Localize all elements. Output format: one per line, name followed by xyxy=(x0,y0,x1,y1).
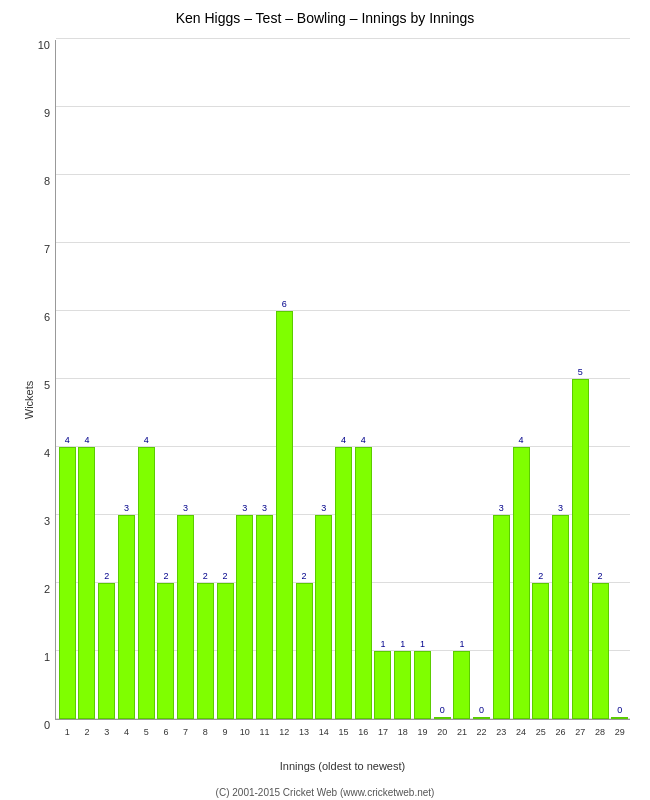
bar-value-label: 1 xyxy=(375,639,390,649)
bar: 1 xyxy=(453,651,470,719)
bar: 4 xyxy=(355,447,372,719)
y-tick-label: 2 xyxy=(44,583,50,595)
x-tick-label: 9 xyxy=(223,727,228,737)
chart-container: Ken Higgs – Test – Bowling – Innings by … xyxy=(0,0,650,800)
bar-value-label: 2 xyxy=(198,571,213,581)
y-tick-label: 10 xyxy=(38,39,50,51)
x-tick-label: 22 xyxy=(477,727,487,737)
bar-value-label: 4 xyxy=(336,435,351,445)
x-tick-label: 3 xyxy=(104,727,109,737)
bar: 1 xyxy=(414,651,431,719)
bar-value-label: 1 xyxy=(415,639,430,649)
x-tick-label: 19 xyxy=(417,727,427,737)
x-tick-label: 6 xyxy=(163,727,168,737)
x-tick-label: 12 xyxy=(279,727,289,737)
x-tick-label: 23 xyxy=(496,727,506,737)
bar: 4 xyxy=(78,447,95,719)
bar: 0 xyxy=(611,717,628,719)
bar-value-label: 4 xyxy=(356,435,371,445)
x-tick-label: 8 xyxy=(203,727,208,737)
bar-value-label: 0 xyxy=(474,705,489,715)
bar-value-label: 6 xyxy=(277,299,292,309)
bar-value-label: 2 xyxy=(297,571,312,581)
copyright: (C) 2001-2015 Cricket Web (www.cricketwe… xyxy=(0,787,650,798)
bar: 4 xyxy=(513,447,530,719)
bar-value-label: 3 xyxy=(494,503,509,513)
gridline xyxy=(56,378,630,379)
bar-value-label: 2 xyxy=(158,571,173,581)
bar: 4 xyxy=(335,447,352,719)
bar-value-label: 4 xyxy=(514,435,529,445)
x-tick-label: 25 xyxy=(536,727,546,737)
bar: 3 xyxy=(177,515,194,719)
x-tick-label: 26 xyxy=(556,727,566,737)
gridline xyxy=(56,310,630,311)
bar-value-label: 4 xyxy=(139,435,154,445)
bar-value-label: 3 xyxy=(257,503,272,513)
bar-value-label: 0 xyxy=(612,705,627,715)
x-tick-label: 21 xyxy=(457,727,467,737)
bar: 0 xyxy=(434,717,451,719)
bar: 0 xyxy=(473,717,490,719)
bar: 1 xyxy=(374,651,391,719)
y-tick-label: 7 xyxy=(44,243,50,255)
bar: 2 xyxy=(532,583,549,719)
bar: 3 xyxy=(315,515,332,719)
y-tick-label: 4 xyxy=(44,447,50,459)
y-tick-label: 1 xyxy=(44,651,50,663)
bar-value-label: 3 xyxy=(316,503,331,513)
bar: 1 xyxy=(394,651,411,719)
bar: 3 xyxy=(256,515,273,719)
bar-value-label: 2 xyxy=(218,571,233,581)
y-tick-label: 5 xyxy=(44,379,50,391)
y-tick-label: 6 xyxy=(44,311,50,323)
bar-value-label: 1 xyxy=(395,639,410,649)
bar: 2 xyxy=(296,583,313,719)
bar: 3 xyxy=(118,515,135,719)
x-axis-label: Innings (oldest to newest) xyxy=(55,760,630,772)
bar-value-label: 4 xyxy=(60,435,75,445)
bar-value-label: 2 xyxy=(593,571,608,581)
x-tick-label: 14 xyxy=(319,727,329,737)
y-tick-label: 9 xyxy=(44,107,50,119)
bar-value-label: 3 xyxy=(178,503,193,513)
x-tick-label: 10 xyxy=(240,727,250,737)
gridline xyxy=(56,38,630,39)
y-tick-label: 3 xyxy=(44,515,50,527)
x-tick-label: 5 xyxy=(144,727,149,737)
bar: 5 xyxy=(572,379,589,719)
x-tick-label: 28 xyxy=(595,727,605,737)
bar: 6 xyxy=(276,311,293,719)
bar-value-label: 4 xyxy=(79,435,94,445)
bar-value-label: 3 xyxy=(553,503,568,513)
bar-value-label: 5 xyxy=(573,367,588,377)
bar-value-label: 1 xyxy=(454,639,469,649)
gridline xyxy=(56,174,630,175)
bar: 2 xyxy=(592,583,609,719)
x-tick-label: 4 xyxy=(124,727,129,737)
y-tick-label: 8 xyxy=(44,175,50,187)
y-axis-label: Wickets xyxy=(23,381,35,420)
x-tick-label: 2 xyxy=(84,727,89,737)
bar: 3 xyxy=(552,515,569,719)
gridline xyxy=(56,106,630,107)
x-tick-label: 15 xyxy=(338,727,348,737)
bar-value-label: 3 xyxy=(119,503,134,513)
x-tick-label: 13 xyxy=(299,727,309,737)
bar: 2 xyxy=(217,583,234,719)
x-tick-label: 18 xyxy=(398,727,408,737)
x-tick-label: 20 xyxy=(437,727,447,737)
bar-value-label: 3 xyxy=(237,503,252,513)
bar-value-label: 0 xyxy=(435,705,450,715)
x-tick-label: 11 xyxy=(260,727,270,737)
bar: 3 xyxy=(493,515,510,719)
y-tick-label: 0 xyxy=(44,719,50,731)
bar: 2 xyxy=(98,583,115,719)
bar: 2 xyxy=(157,583,174,719)
bar-value-label: 2 xyxy=(533,571,548,581)
bar: 3 xyxy=(236,515,253,719)
x-tick-label: 16 xyxy=(358,727,368,737)
bar: 4 xyxy=(138,447,155,719)
chart-area: 0123456789104142233445263728293103116122… xyxy=(55,40,630,720)
x-tick-label: 27 xyxy=(575,727,585,737)
